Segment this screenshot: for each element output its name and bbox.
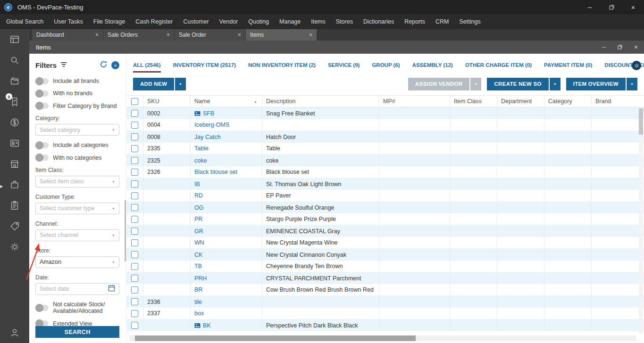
category-tab-all[interactable]: ALL (2546) — [133, 57, 161, 73]
item-class-select[interactable]: Select item class ▼ — [35, 176, 119, 188]
item-overview-button[interactable]: ITEM OVERVIEW — [566, 78, 626, 90]
menu-item-user-tasks[interactable]: User Tasks — [49, 14, 88, 29]
item-name-link[interactable]: RD — [194, 192, 203, 199]
column-header-brand[interactable]: Brand — [592, 96, 638, 107]
category-tab-group[interactable]: GROUP (6) — [372, 57, 400, 73]
search-icon[interactable] — [9, 55, 20, 66]
settings-gear-icon[interactable] — [9, 241, 20, 253]
toggle-not-calculate-stock[interactable]: Not calculate Stock/ Available/Allocated — [35, 301, 119, 315]
row-checkbox[interactable] — [131, 216, 138, 223]
toggle-switch[interactable] — [35, 305, 49, 311]
toggle-with-no-brands[interactable]: With no brands — [35, 90, 119, 97]
item-name-link[interactable]: OG — [194, 204, 203, 211]
row-checkbox[interactable] — [131, 180, 138, 188]
horizontal-scrollbar-thumb[interactable] — [135, 335, 416, 341]
item-name-link[interactable]: box — [194, 310, 204, 317]
close-icon[interactable]: × — [622, 0, 644, 14]
item-name-link[interactable]: coke — [194, 157, 207, 164]
item-overview-dropdown-icon[interactable]: ▼ — [627, 78, 637, 90]
category-tab-inventory-item[interactable]: INVENTORY ITEM (2517) — [173, 57, 236, 73]
table-row[interactable]: 0004Iceberg-OMS — [126, 119, 644, 131]
row-checkbox[interactable] — [131, 133, 138, 140]
menu-item-global-search[interactable]: Global Search — [1, 14, 49, 29]
category-select[interactable]: Select category ▼ — [35, 124, 119, 136]
row-checkbox[interactable] — [131, 228, 138, 235]
row-checkbox[interactable] — [131, 275, 138, 282]
column-header-sku[interactable]: SKU — [143, 96, 191, 107]
column-header-description[interactable]: Description — [262, 96, 379, 107]
table-row[interactable]: 2337box — [126, 308, 644, 319]
menu-item-crm[interactable]: CRM — [430, 14, 454, 29]
category-tab-service[interactable]: SERVICE (9) — [328, 57, 360, 73]
item-name-link[interactable]: CK — [194, 252, 202, 258]
stores-icon[interactable] — [9, 158, 20, 170]
search-button[interactable]: SEARCH — [35, 326, 119, 338]
toggle-switch[interactable] — [35, 142, 49, 148]
table-row[interactable]: BRCow Brush Brown Red Brush Brown Red — [126, 284, 644, 296]
menu-item-manage[interactable]: Manage — [274, 14, 306, 29]
table-row[interactable]: 2336tile — [126, 296, 644, 308]
customer-type-select[interactable]: Select customer type ▼ — [35, 203, 119, 214]
maximize-icon[interactable] — [601, 0, 622, 14]
tab-sale-order[interactable]: Sale Order× — [175, 29, 245, 41]
row-checkbox[interactable] — [131, 310, 138, 317]
table-row[interactable]: PRHCRYSTAL PARCHMENT Parchment — [126, 272, 644, 284]
vertical-scrollbar-thumb[interactable] — [639, 108, 643, 135]
item-name-link[interactable]: GR — [194, 228, 203, 235]
table-row[interactable]: CKNew Crystal Cinnanon Conyak — [126, 249, 644, 261]
cash-register-icon[interactable] — [9, 117, 20, 128]
select-all-checkbox[interactable] — [131, 98, 138, 105]
menu-item-customer[interactable]: Customer — [178, 14, 214, 29]
toggle-switch[interactable] — [35, 78, 49, 84]
table-row[interactable]: 0002SFBSnag Free Blanket — [126, 107, 644, 119]
table-row[interactable]: OGRenegade Soulful Orange — [126, 202, 644, 213]
table-row[interactable]: 2326Black blouse setBlack blouse set — [126, 166, 644, 178]
item-name-link[interactable]: IB — [194, 181, 200, 188]
filters-scrollbar[interactable] — [125, 200, 126, 261]
column-header-department[interactable]: Department — [497, 96, 544, 107]
menu-item-cash-register[interactable]: Cash Register — [130, 14, 178, 29]
row-checkbox[interactable] — [131, 122, 138, 129]
table-row[interactable]: 0008Jay CatchHatch Door — [126, 131, 644, 143]
tab-sale-orders[interactable]: Sale Orders× — [103, 29, 174, 41]
minimize-icon[interactable]: ─ — [579, 0, 601, 14]
tags-icon[interactable] — [9, 220, 20, 232]
column-header-item-class[interactable]: Item Class — [450, 96, 497, 107]
row-checkbox[interactable] — [131, 204, 138, 211]
vertical-scrollbar[interactable] — [639, 108, 643, 334]
column-header-mp[interactable]: MP# — [379, 96, 450, 107]
row-checkbox[interactable] — [131, 110, 138, 117]
tab-items[interactable]: Items× — [246, 29, 317, 41]
refresh-icon[interactable] — [100, 60, 108, 70]
items-restore-icon[interactable] — [612, 41, 628, 54]
menu-item-reports[interactable]: Reports — [399, 14, 430, 29]
items-minimize-icon[interactable]: ─ — [596, 41, 612, 54]
item-name-link[interactable]: BK — [203, 322, 211, 329]
toggle-switch[interactable] — [35, 103, 49, 109]
column-settings-gear-icon[interactable] — [632, 61, 641, 70]
menu-item-settings[interactable]: Settings — [454, 14, 485, 29]
row-checkbox[interactable] — [131, 145, 138, 152]
item-name-link[interactable]: tile — [194, 299, 202, 305]
item-name-link[interactable]: Jay Catch — [194, 134, 221, 140]
toggle-switch[interactable] — [35, 90, 49, 97]
menu-item-quoting[interactable]: Quoting — [243, 14, 274, 29]
create-new-so-dropdown-icon[interactable]: ▼ — [550, 78, 560, 90]
column-header-category[interactable]: Category — [544, 96, 592, 107]
table-row[interactable]: BKPerspective Pitch Dark Black Black — [126, 319, 644, 331]
row-checkbox[interactable] — [131, 239, 138, 246]
row-checkbox[interactable] — [131, 322, 138, 329]
menu-item-file-storage[interactable]: File Storage — [88, 14, 130, 29]
channel-select[interactable]: Select channel ▼ — [35, 229, 119, 241]
store-select[interactable]: Amazon ▼ — [35, 256, 119, 268]
toggle-with-no-categories[interactable]: With no categories — [35, 155, 119, 161]
menu-item-stores[interactable]: Stores — [331, 14, 358, 29]
row-checkbox[interactable] — [131, 251, 138, 258]
table-row[interactable]: 2335TableTable — [126, 143, 644, 155]
toggle-switch[interactable] — [35, 155, 49, 161]
date-input[interactable]: Select date — [35, 283, 119, 295]
row-checkbox[interactable] — [131, 157, 138, 164]
tab-close-icon[interactable]: × — [167, 32, 170, 38]
tab-close-icon[interactable]: × — [238, 32, 241, 38]
item-name-link[interactable]: Black blouse set — [194, 169, 237, 175]
